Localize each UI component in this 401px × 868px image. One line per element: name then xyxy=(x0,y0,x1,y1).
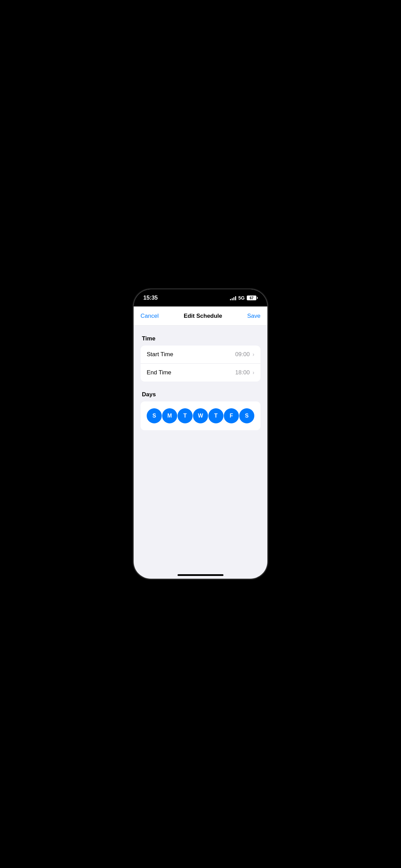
day-button-sunday[interactable]: S xyxy=(147,408,162,423)
battery-body: 67 xyxy=(247,296,256,300)
end-time-chevron-icon: › xyxy=(253,370,254,376)
start-time-value-group: 09:00 › xyxy=(235,351,254,358)
home-indicator xyxy=(178,574,223,576)
end-time-value: 18:00 xyxy=(235,369,250,376)
time-section-label: Time xyxy=(141,335,260,342)
status-right: 5G 67 xyxy=(230,295,258,301)
navigation-bar: Cancel Edit Schedule Save xyxy=(134,306,267,326)
day-button-saturday[interactable]: S xyxy=(239,408,254,423)
signal-bar-3 xyxy=(233,297,234,300)
days-section-label: Days xyxy=(141,391,260,398)
status-bar: 15:35 5G 67 xyxy=(134,289,267,306)
signal-bars-icon xyxy=(230,296,236,300)
day-button-wednesday[interactable]: W xyxy=(193,408,208,423)
days-card: S M T W T F S xyxy=(141,401,260,430)
end-time-label: End Time xyxy=(147,369,171,376)
day-button-tuesday[interactable]: T xyxy=(178,408,193,423)
battery-tip xyxy=(257,297,258,299)
day-button-thursday[interactable]: T xyxy=(208,408,223,423)
content-area: Time Start Time 09:00 › End Time 18:00 ›… xyxy=(134,326,267,430)
signal-bar-2 xyxy=(232,298,233,300)
end-time-row[interactable]: End Time 18:00 › xyxy=(141,363,260,382)
signal-bar-1 xyxy=(230,299,231,300)
signal-bar-4 xyxy=(235,296,236,300)
days-row: S M T W T F S xyxy=(147,408,254,423)
cancel-button[interactable]: Cancel xyxy=(141,313,159,320)
time-card: Start Time 09:00 › End Time 18:00 › xyxy=(141,346,260,382)
day-button-friday[interactable]: F xyxy=(224,408,239,423)
phone-frame: 15:35 5G 67 Cancel Edit Schedule Save Ti… xyxy=(134,289,267,579)
network-label: 5G xyxy=(238,295,245,301)
start-time-chevron-icon: › xyxy=(253,351,254,358)
battery-icon: 67 xyxy=(247,296,258,300)
start-time-label: Start Time xyxy=(147,351,173,358)
battery-level: 67 xyxy=(250,296,253,300)
page-title: Edit Schedule xyxy=(184,313,222,320)
start-time-value: 09:00 xyxy=(235,351,250,358)
status-time: 15:35 xyxy=(143,294,158,301)
day-button-monday[interactable]: M xyxy=(162,408,177,423)
start-time-row[interactable]: Start Time 09:00 › xyxy=(141,346,260,363)
end-time-value-group: 18:00 › xyxy=(235,369,254,376)
save-button[interactable]: Save xyxy=(247,313,260,320)
